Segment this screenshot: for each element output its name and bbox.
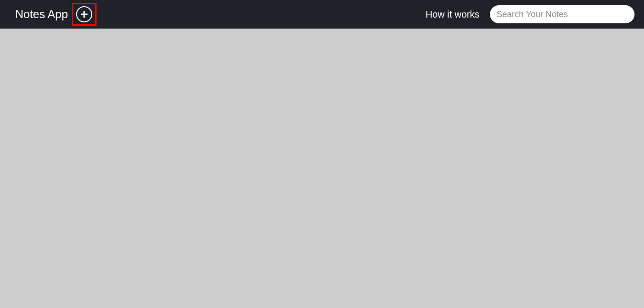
plus-icon	[80, 10, 88, 18]
notes-content-area	[0, 29, 644, 308]
header-right: How it works	[426, 5, 634, 23]
how-it-works-link[interactable]: How it works	[426, 9, 479, 20]
app-header: Notes App How it works	[0, 0, 644, 29]
add-note-button[interactable]	[76, 6, 92, 22]
app-title: Notes App	[15, 8, 68, 21]
add-note-highlight	[72, 3, 97, 26]
search-input[interactable]	[490, 5, 634, 23]
header-left: Notes App	[15, 3, 97, 26]
svg-rect-1	[81, 14, 88, 15]
